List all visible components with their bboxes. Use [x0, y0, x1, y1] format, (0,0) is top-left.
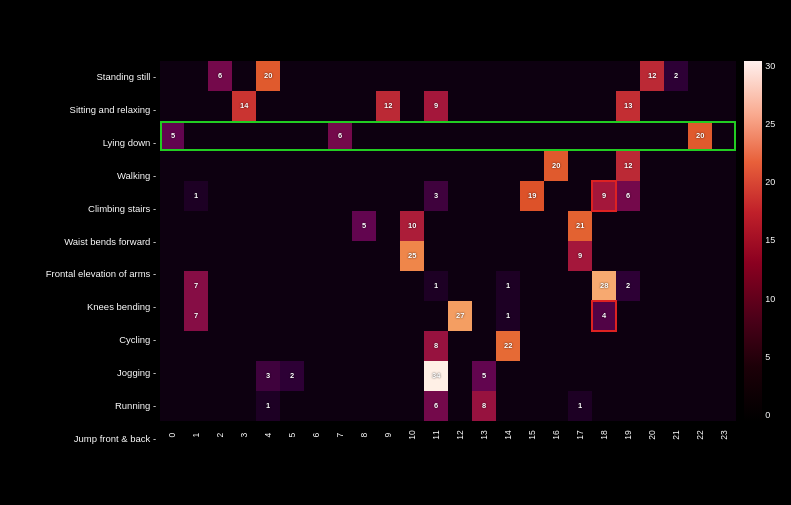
cell-4-15: 19 [520, 181, 544, 211]
col-label-13: 13 [472, 423, 496, 447]
cell-11-18 [592, 391, 616, 421]
cell-0-22 [688, 61, 712, 91]
cell-8-1: 7 [184, 301, 208, 331]
cell-4-23 [712, 181, 736, 211]
cell-7-14: 1 [496, 271, 520, 301]
col-label-5: 5 [280, 423, 304, 447]
cell-11-6 [304, 391, 328, 421]
cell-7-5 [280, 271, 304, 301]
cell-7-17 [568, 271, 592, 301]
cell-9-8 [352, 331, 376, 361]
cell-5-10: 10 [400, 211, 424, 241]
cell-0-15 [520, 61, 544, 91]
cell-5-19 [616, 211, 640, 241]
cell-1-19: 13 [616, 91, 640, 121]
cell-9-17 [568, 331, 592, 361]
cell-3-5 [280, 151, 304, 181]
col-label-15: 15 [520, 423, 544, 447]
cell-0-23 [712, 61, 736, 91]
cell-9-5 [280, 331, 304, 361]
chart-container: Standing still -Sitting and relaxing -Ly… [0, 0, 791, 505]
cell-9-15 [520, 331, 544, 361]
cell-9-0 [160, 331, 184, 361]
cell-8-7 [328, 301, 352, 331]
col-label-2: 2 [208, 423, 232, 447]
cell-0-21: 2 [664, 61, 688, 91]
cell-5-14 [496, 211, 520, 241]
cell-0-2: 6 [208, 61, 232, 91]
cell-2-22: 20 [688, 121, 712, 151]
row-label-5: Waist bends forward - [46, 226, 156, 256]
cell-10-12 [448, 361, 472, 391]
cell-4-20 [640, 181, 664, 211]
col-label-23: 23 [712, 423, 736, 447]
cell-4-7 [328, 181, 352, 211]
cell-9-16 [544, 331, 568, 361]
cell-7-20 [640, 271, 664, 301]
cell-3-16: 20 [544, 151, 568, 181]
cell-3-9 [376, 151, 400, 181]
cell-3-15 [520, 151, 544, 181]
cell-4-13 [472, 181, 496, 211]
cell-2-15 [520, 121, 544, 151]
cell-4-3 [232, 181, 256, 211]
cell-10-15 [520, 361, 544, 391]
cell-5-21 [664, 211, 688, 241]
cell-6-11 [424, 241, 448, 271]
cell-0-10 [400, 61, 424, 91]
cell-7-23 [712, 271, 736, 301]
cell-7-7 [328, 271, 352, 301]
cell-4-12 [448, 181, 472, 211]
cell-5-5 [280, 211, 304, 241]
cell-8-14: 1 [496, 301, 520, 331]
col-label-18: 18 [592, 423, 616, 447]
colorbar-tick-labels: 30 25 20 15 10 5 0 [762, 61, 775, 421]
cell-5-3 [232, 211, 256, 241]
cell-3-18 [592, 151, 616, 181]
cell-11-22 [688, 391, 712, 421]
cell-4-22 [688, 181, 712, 211]
cell-5-7 [328, 211, 352, 241]
cell-11-1 [184, 391, 208, 421]
cell-0-17 [568, 61, 592, 91]
col-label-11: 11 [424, 423, 448, 447]
cell-2-8 [352, 121, 376, 151]
cell-6-9 [376, 241, 400, 271]
cell-4-10 [400, 181, 424, 211]
cell-6-18 [592, 241, 616, 271]
cell-6-2 [208, 241, 232, 271]
cell-5-2 [208, 211, 232, 241]
cell-6-3 [232, 241, 256, 271]
cell-5-13 [472, 211, 496, 241]
cell-7-16 [544, 271, 568, 301]
col-label-9: 9 [376, 423, 400, 447]
cell-6-8 [352, 241, 376, 271]
cell-3-4 [256, 151, 280, 181]
cell-6-10: 25 [400, 241, 424, 271]
row-label-6: Frontal elevation of arms - [46, 259, 156, 289]
cell-10-0 [160, 361, 184, 391]
cell-8-4 [256, 301, 280, 331]
cell-5-17: 21 [568, 211, 592, 241]
cell-3-1 [184, 151, 208, 181]
row-label-8: Cycling - [46, 325, 156, 355]
cell-1-17 [568, 91, 592, 121]
cell-1-7 [328, 91, 352, 121]
cell-10-7 [328, 361, 352, 391]
cell-11-20 [640, 391, 664, 421]
cell-1-4 [256, 91, 280, 121]
cell-6-7 [328, 241, 352, 271]
cell-9-9 [376, 331, 400, 361]
cell-11-8 [352, 391, 376, 421]
cell-8-5 [280, 301, 304, 331]
cell-10-8 [352, 361, 376, 391]
cell-2-1 [184, 121, 208, 151]
col-label-0: 0 [160, 423, 184, 447]
colorbar-label-10: 10 [765, 294, 775, 304]
cell-2-17 [568, 121, 592, 151]
cell-1-15 [520, 91, 544, 121]
cell-5-20 [640, 211, 664, 241]
cell-1-12 [448, 91, 472, 121]
cell-8-9 [376, 301, 400, 331]
cell-7-3 [232, 271, 256, 301]
